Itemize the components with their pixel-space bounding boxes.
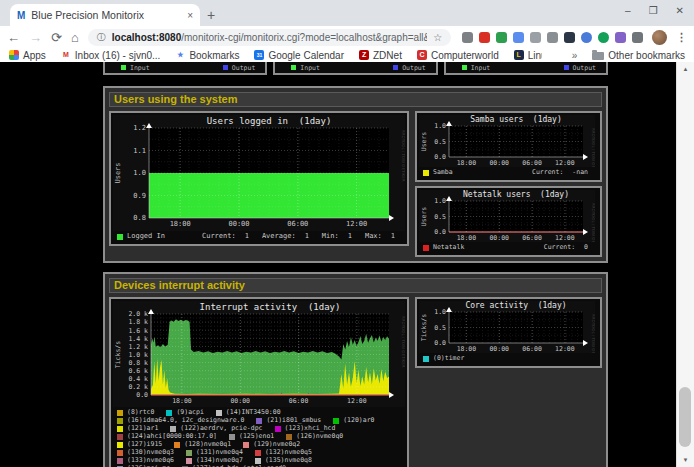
- section-interrupts: Devices interrupt activity 18:0000:0006:…: [103, 272, 608, 467]
- other-bookmarks-button[interactable]: Other bookmarks: [592, 50, 685, 61]
- bookmark-bookmarks[interactable]: ★Bookmarks: [175, 50, 239, 61]
- svg-text:18:00: 18:00: [172, 397, 192, 405]
- window-maximize-button[interactable]: ❐: [649, 5, 658, 16]
- bookmarks-icon: ★: [175, 50, 185, 60]
- samba-legend: SambaCurrent:-nan: [419, 167, 598, 178]
- svg-text:1.0: 1.0: [434, 308, 446, 316]
- legend-item: (8)rtc0: [117, 409, 154, 416]
- legend-swatch: [462, 65, 467, 70]
- bookmarks-overflow-icon[interactable]: »: [572, 50, 578, 61]
- home-icon[interactable]: ⌂: [71, 31, 79, 44]
- users-legend: Logged InCurrent:1Average:1Min:1Max:1: [113, 231, 405, 242]
- svg-text:1.0 k: 1.0 k: [128, 351, 148, 359]
- green-circle-extension-icon[interactable]: [598, 32, 609, 43]
- bookmark-linux-today[interactable]: LLinux Today: [514, 50, 542, 61]
- pages-extension-icon[interactable]: [513, 32, 524, 43]
- section-body: 18:0000:0006:0012:000.00.2 k0.4 k0.6 k0.…: [109, 297, 602, 467]
- svg-text:Core activity (1day): Core activity (1day): [465, 301, 566, 310]
- tab-close-icon[interactable]: ×: [187, 10, 193, 21]
- interrupt-activity-plot: 18:0000:0006:0012:000.00.2 k0.4 k0.6 k0.…: [113, 301, 405, 407]
- right-column: 18:0000:0006:0012:000.00.51.0Core activi…: [415, 297, 602, 368]
- blue-oval-extension-icon[interactable]: [581, 32, 592, 43]
- scroll-up-icon[interactable]: ▲: [677, 62, 694, 76]
- gray-square-extension-icon[interactable]: [530, 32, 541, 43]
- legend-swatch: [423, 356, 429, 362]
- interrupt-activity-graph: 18:0000:0006:0012:000.00.2 k0.4 k0.6 k0.…: [109, 297, 409, 467]
- legend-item: (121)ar1: [117, 425, 158, 432]
- core-activity-graph: 18:0000:0006:0012:000.00.51.0Core activi…: [415, 297, 602, 368]
- svg-text:0.5: 0.5: [434, 213, 446, 221]
- scroll-down-icon[interactable]: ▼: [677, 453, 694, 467]
- svg-text:1.2: 1.2: [133, 124, 146, 132]
- browser-menu-icon[interactable]: ⋮: [676, 31, 687, 44]
- svg-text:1.1: 1.1: [133, 147, 146, 155]
- svg-text:1.0: 1.0: [133, 169, 146, 177]
- svg-text:Samba users (1day): Samba users (1day): [470, 115, 562, 124]
- forward-icon[interactable]: →: [29, 31, 42, 44]
- svg-text:00:00: 00:00: [489, 234, 509, 242]
- users-logged-in-graph: 18:0000:0006:0012:000.80.91.01.11.2Users…: [109, 111, 409, 246]
- legend-row: (133)nvme0q6(134)nvme0q7(135)nvme0q8: [117, 457, 401, 464]
- legend-swatch: [423, 170, 429, 176]
- address-bar[interactable]: ⓘ localhost:8080/monitorix-cgi/monitorix…: [88, 29, 452, 46]
- legend-item: (9)acpi: [166, 409, 203, 416]
- puzzle-extension-icon[interactable]: [615, 32, 626, 43]
- bookmark-star-icon[interactable]: ☆: [433, 32, 442, 43]
- bookmark-inbox[interactable]: MInbox (16) - sjvn0...: [61, 50, 161, 61]
- legend-swatch: [243, 442, 249, 448]
- mail-extension-icon[interactable]: [479, 32, 490, 43]
- window-close-button[interactable]: ✕: [676, 5, 684, 16]
- bookmark-google-calendar[interactable]: 31Google Calendar: [254, 50, 344, 61]
- url-path: /monitorix-cgi/monitorix.cgi?mode=localh…: [181, 32, 427, 43]
- back-icon[interactable]: ←: [7, 31, 20, 44]
- svg-text:RRDTOOL / TOBI OETIKER: RRDTOOL / TOBI OETIKER: [591, 203, 595, 242]
- legend-swatch: [286, 434, 292, 440]
- list-extension-icon[interactable]: [632, 32, 643, 43]
- scrollbar-thumb[interactable]: [679, 387, 691, 447]
- inbox-icon: M: [61, 50, 71, 60]
- bookmark-apps[interactable]: Apps: [9, 50, 46, 61]
- bookmark-items: AppsMInbox (16) - sjvn0...★Bookmarks31Go…: [9, 50, 542, 61]
- bookmark-computerworld[interactable]: CComputerworld: [417, 50, 499, 61]
- window-minimize-button[interactable]: –: [625, 5, 631, 16]
- speaker-extension-icon[interactable]: [547, 32, 558, 43]
- svg-text:RRDTOOL / TOBI OETIKER: RRDTOOL / TOBI OETIKER: [591, 128, 595, 167]
- profile-avatar[interactable]: [652, 30, 667, 45]
- bookmark-zdnet[interactable]: ZZDNet: [359, 50, 402, 61]
- bookmark-label: Apps: [23, 50, 46, 61]
- computerworld-icon: C: [417, 50, 427, 60]
- core-activity-plot: 18:0000:0006:0012:000.00.51.0Core activi…: [419, 301, 595, 353]
- folder-icon: [592, 52, 604, 60]
- new-tab-button[interactable]: +: [200, 4, 222, 26]
- legend-item: (129)nvme0q2: [243, 441, 300, 448]
- legend-row: SambaCurrent:-nan: [423, 169, 594, 176]
- monitorix-favicon: M: [17, 10, 25, 21]
- legend-item: (0)timer: [423, 355, 464, 362]
- svg-text:12:00: 12:00: [555, 345, 575, 353]
- svg-text:06:00: 06:00: [522, 159, 542, 167]
- netatalk-users-plot: 18:0000:0006:0012:000.00.51.0Netatalk us…: [419, 190, 595, 242]
- search-extension-icon[interactable]: [462, 32, 473, 43]
- globe-extension-icon[interactable]: [496, 32, 507, 43]
- svg-text:RRDTOOL / TOBI OETIKER: RRDTOOL / TOBI OETIKER: [401, 130, 405, 182]
- legend-item: (131)nvme0q4: [186, 449, 243, 456]
- svg-text:00:00: 00:00: [489, 345, 509, 353]
- right-column: 18:0000:0006:0012:000.00.51.0Samba users…: [415, 111, 602, 257]
- reload-icon[interactable]: ⟳: [51, 31, 62, 44]
- svg-text:Users: Users: [114, 162, 122, 183]
- legend-swatch: [393, 65, 398, 70]
- section-title: Devices interrupt activity: [109, 278, 602, 293]
- apps-icon: [9, 50, 19, 60]
- page-info-icon[interactable]: ⓘ: [97, 31, 106, 44]
- svg-text:2.0 k: 2.0 k: [128, 310, 148, 318]
- legend-item: (126)nvme0q0: [286, 433, 343, 440]
- dark-square-extension-icon[interactable]: [564, 32, 575, 43]
- page-scrollbar[interactable]: ▲ ▼: [676, 62, 694, 467]
- google-calendar-icon: 31: [254, 50, 264, 60]
- input-legend: Input: [462, 64, 491, 72]
- legend-swatch: [174, 442, 180, 448]
- browser-tab[interactable]: M Blue Precision Monitorix ×: [10, 4, 200, 26]
- legend-swatch: [117, 458, 123, 464]
- legend-swatch: [117, 450, 123, 456]
- svg-text:0.0: 0.0: [434, 228, 446, 236]
